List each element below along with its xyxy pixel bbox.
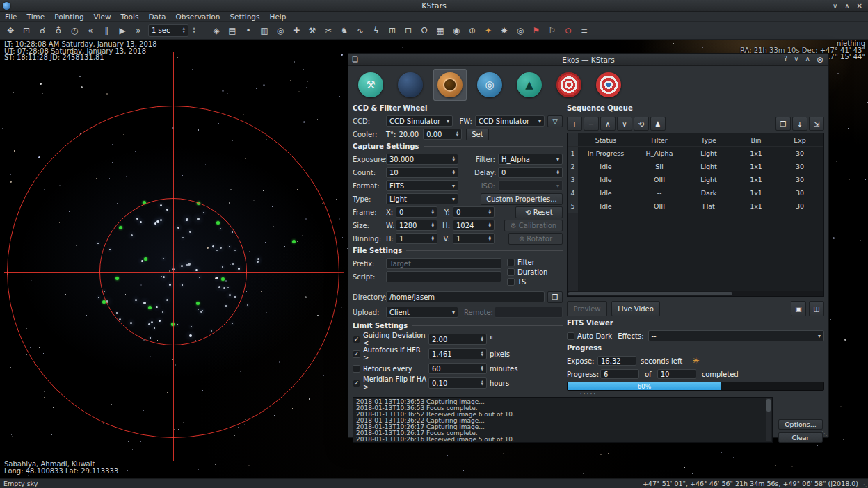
summary-view-button[interactable]: ▣	[791, 301, 806, 316]
ecliptic-toggle-icon[interactable]: ϟ	[369, 23, 384, 38]
ekos-titlebar[interactable]: ❏ Ekos — KStars ? ∨ ∧ ⊗	[348, 54, 828, 66]
temperature-target-input[interactable]: 0.00	[423, 129, 462, 140]
setup-module-button[interactable]: ⚒	[354, 69, 387, 101]
browse-directory-button[interactable]	[547, 291, 563, 303]
set-time-icon[interactable]: ◷	[67, 23, 82, 38]
size-h-input[interactable]: 1024	[453, 220, 495, 231]
autofocus-hfr-checkbox[interactable]	[353, 350, 360, 358]
time-play-icon[interactable]: ▶	[115, 23, 130, 38]
constellation-lines-toggle-icon[interactable]: ⚒	[305, 23, 320, 38]
auto-dark-checkbox[interactable]	[567, 332, 574, 340]
snap-star-icon[interactable]: ✸	[497, 23, 512, 38]
guiding-deviation-checkbox[interactable]	[353, 336, 360, 343]
deep-sky-toggle-icon[interactable]: ▤	[225, 23, 240, 38]
size-w-input[interactable]: 1280	[396, 220, 437, 231]
count-input[interactable]: 10	[386, 167, 458, 178]
save-sequence-as-button[interactable]: ⇲	[809, 117, 824, 131]
directory-input[interactable]: /home/jasem	[386, 291, 545, 302]
binning-h-input[interactable]: 1	[396, 233, 437, 244]
log-splitter-handle[interactable]: ·····	[353, 391, 824, 397]
menu-data[interactable]: Data	[143, 12, 170, 22]
menu-observation[interactable]: Observation	[170, 12, 225, 22]
menu-pointing[interactable]: Pointing	[49, 12, 88, 22]
reset-queue-button[interactable]: ⟲	[634, 117, 649, 131]
minimize-icon[interactable]: ∨	[794, 55, 798, 65]
download-data-icon[interactable]: ♁	[51, 23, 66, 38]
maximize-icon[interactable]: ∧	[805, 55, 810, 65]
live-video-button[interactable]: Live Video	[611, 301, 660, 316]
frame-y-input[interactable]: 0	[453, 206, 495, 218]
add-job-button[interactable]: +	[567, 117, 582, 131]
filter-select[interactable]: H_Alpha	[498, 154, 563, 165]
frame-x-input[interactable]: 0	[396, 206, 437, 218]
find-object-icon[interactable]: ☌	[35, 23, 50, 38]
duration-checkbox-row[interactable]: Duration	[507, 268, 563, 277]
sequence-queue-row[interactable]: 4 Idle -- Dark 1x1 30	[568, 186, 823, 200]
scrollbar-thumb[interactable]	[568, 292, 732, 295]
capture-module-button[interactable]	[433, 69, 467, 101]
filter-checkbox[interactable]	[507, 259, 515, 266]
guiding-deviation-input[interactable]: 2.00	[428, 334, 487, 345]
focus-module-button[interactable]: ◎	[473, 69, 506, 101]
reset-frame-button[interactable]: Reset	[515, 206, 563, 218]
observer-button[interactable]: ♟	[650, 117, 666, 131]
filter-manager-button[interactable]	[547, 115, 563, 127]
sky-calendar-icon[interactable]: ▦	[433, 23, 448, 38]
detail-view-button[interactable]: ◫	[809, 301, 824, 316]
binning-v-input[interactable]: 1	[453, 233, 495, 244]
ekos-log[interactable]: 2018-01-13T10:36:53 Capturing image...20…	[353, 397, 773, 443]
meridian-flip-input[interactable]: 0.10	[428, 377, 487, 389]
ts-checkbox[interactable]	[507, 278, 515, 286]
refocus-checkbox[interactable]	[353, 365, 360, 373]
meridian-flip-checkbox[interactable]	[353, 380, 360, 387]
dialog-resize-gr ip[interactable]: ⋱	[821, 430, 827, 437]
red-flag-icon[interactable]: ⚑	[529, 23, 544, 38]
satellites-toggle-icon[interactable]: ✚	[289, 23, 304, 38]
sequence-queue-row[interactable]: 2 Idle SII Light 1x1 30	[568, 160, 823, 173]
solar-system-toggle-icon[interactable]: •	[241, 23, 256, 38]
remove-object-icon[interactable]: ⊖	[561, 23, 576, 38]
save-sequence-button[interactable]: ↧	[792, 117, 807, 131]
delay-input[interactable]: 0	[498, 167, 563, 178]
autofocus-hfr-input[interactable]: 1.461	[428, 348, 487, 359]
menu-help[interactable]: Help	[265, 12, 291, 22]
menu-settings[interactable]: Settings	[225, 12, 264, 22]
fov-symbol-icon[interactable]: ◎	[513, 23, 528, 38]
time-stop-icon[interactable]: ∥	[99, 23, 114, 38]
ts-checkbox-row[interactable]: TS	[507, 277, 563, 286]
filter-wheel-select[interactable]: CCD Simulator	[475, 115, 545, 127]
scheduler-module-button[interactable]	[394, 69, 427, 101]
maximize-icon[interactable]: ∧	[844, 2, 849, 10]
mount-module-button[interactable]: ▲	[513, 69, 546, 101]
menu-view[interactable]: View	[89, 12, 116, 22]
options-button[interactable]: Options...	[778, 419, 823, 430]
move-job-up-button[interactable]: ∧	[600, 117, 616, 131]
time-step-input[interactable]: 1 sec	[148, 24, 188, 37]
scrollbar-thumb[interactable]	[766, 399, 771, 412]
remove-job-button[interactable]: −	[584, 117, 599, 131]
sequence-queue-row[interactable]: 3 Idle OIII Light 1x1 30	[568, 173, 823, 186]
window-titlebar[interactable]: KStars ∨ ∧ ✕	[0, 0, 868, 12]
script-input[interactable]	[386, 271, 501, 282]
menu-file[interactable]: File	[0, 12, 22, 22]
move-job-down-button[interactable]: ∨	[617, 117, 632, 131]
whats-interesting-icon[interactable]: ◉	[449, 23, 464, 38]
align-module-button[interactable]	[592, 69, 625, 101]
log-scrollbar[interactable]	[766, 398, 771, 441]
clear-log-button[interactable]: Clear	[778, 432, 823, 443]
constellation-boundaries-toggle-icon[interactable]: ✂	[321, 23, 336, 38]
lock-position-icon[interactable]: ✦	[481, 23, 496, 38]
milky-way-toggle-icon[interactable]: ∿	[353, 23, 368, 38]
format-select[interactable]: FITS	[386, 180, 458, 191]
ekos-dialog[interactable]: ❏ Ekos — KStars ? ∨ ∧ ⊗ ⚒ ◎ ▲	[348, 53, 829, 438]
menu-time[interactable]: Time	[22, 12, 50, 22]
equatorial-grid-toggle-icon[interactable]: ⊞	[385, 23, 400, 38]
dome-control-icon[interactable]: ≡	[577, 23, 592, 38]
horizon-toggle-icon[interactable]: Ω	[417, 23, 432, 38]
duration-checkbox[interactable]	[507, 268, 515, 276]
time-advance-icon[interactable]: »	[131, 23, 146, 38]
effects-select[interactable]: --	[648, 330, 825, 341]
telescope-crosshair-icon[interactable]: ⊕	[465, 23, 480, 38]
time-step-unit-stepper[interactable]	[191, 24, 198, 37]
queue-horizontal-scrollbar[interactable]	[567, 291, 824, 297]
